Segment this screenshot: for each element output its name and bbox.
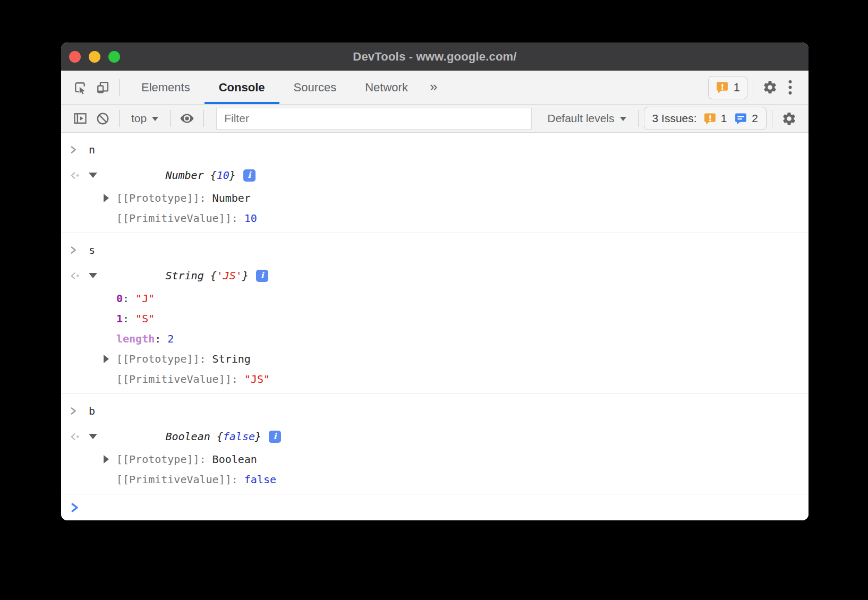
collapse-toggle[interactable]: [89, 273, 101, 278]
console-group-string: s String{'JS'} 0:"J" 1:"S" length:2: [61, 233, 809, 394]
result-arrow-icon: [70, 272, 82, 280]
issues-label: 3 Issues:: [652, 112, 697, 125]
divider: [772, 110, 772, 127]
object-preview-value: 'JS': [217, 269, 242, 282]
property-key: [[PrimitiveValue]]: [116, 473, 232, 486]
property-key: 0: [116, 292, 123, 305]
property-key: [[Prototype]]: [116, 192, 200, 204]
window-title: DevTools - www.google.com/: [61, 50, 809, 64]
tab-elements[interactable]: Elements: [127, 71, 205, 104]
tab-network[interactable]: Network: [351, 71, 422, 104]
property-key: [[Prototype]]: [116, 353, 200, 365]
property-key: [[PrimitiveValue]]: [116, 212, 232, 225]
clear-console-button[interactable]: [91, 107, 114, 130]
property-value: "JS": [244, 373, 270, 385]
object-preview-value: false: [223, 430, 255, 443]
property-row: [[PrimitiveValue]]:10: [61, 208, 809, 228]
property-value: Boolean: [212, 453, 257, 466]
three-dot-menu-icon: [788, 80, 792, 95]
prompt-chevron-icon: [71, 503, 79, 512]
input-chevron-icon: [70, 145, 78, 154]
triangle-down-icon: [89, 273, 97, 278]
eye-icon: [179, 110, 195, 126]
console-input-text: s: [89, 244, 95, 256]
collapse-toggle[interactable]: [89, 173, 101, 178]
issues-error-count: 1: [721, 112, 727, 125]
context-selector[interactable]: top: [125, 112, 165, 125]
expand-toggle[interactable]: [104, 455, 116, 464]
object-class-name: Number: [165, 169, 203, 182]
filter-input[interactable]: [216, 108, 531, 130]
console-settings-button[interactable]: [778, 107, 800, 130]
info-icon[interactable]: [256, 270, 268, 282]
log-levels-selector[interactable]: Default levels: [541, 112, 633, 125]
property-value: false: [244, 473, 276, 486]
divider: [119, 79, 120, 96]
divider: [203, 110, 204, 127]
property-value: 2: [167, 332, 174, 345]
console-input-text: b: [89, 405, 95, 417]
console-input-text: n: [89, 143, 95, 156]
error-bubble-icon: [716, 81, 729, 94]
gear-icon: [781, 111, 797, 126]
triangle-right-icon: [104, 355, 109, 363]
inspect-element-button[interactable]: [69, 76, 91, 99]
divider: [638, 110, 639, 127]
property-row: 1:"S": [61, 308, 809, 329]
tab-sources[interactable]: Sources: [279, 71, 351, 104]
more-tabs-button[interactable]: »: [422, 79, 445, 95]
input-chevron-icon: [70, 407, 78, 415]
property-value: Number: [212, 192, 251, 204]
settings-button[interactable]: [759, 76, 781, 99]
console-result-row: Boolean{false}: [61, 424, 809, 449]
expand-toggle[interactable]: [104, 355, 116, 363]
property-value: 10: [244, 212, 257, 225]
inspect-cursor-icon: [73, 80, 88, 95]
console-toolbar: top Default levels 3 Issues: 1: [61, 105, 809, 133]
chevron-down-icon: [620, 117, 626, 121]
console-result-row: String{'JS'}: [61, 263, 809, 288]
property-row: [[Prototype]]:String: [61, 349, 809, 369]
triangle-down-icon: [89, 434, 97, 439]
devtools-tab-bar: Elements Console Sources Network » 1: [61, 71, 809, 105]
clear-console-icon: [96, 112, 110, 126]
result-arrow-icon: [70, 172, 82, 179]
triangle-down-icon: [89, 173, 97, 178]
collapse-toggle[interactable]: [89, 434, 101, 439]
expand-toggle[interactable]: [104, 194, 116, 202]
property-key: [[Prototype]]: [116, 453, 200, 466]
issue-error-bubble-icon: [703, 112, 717, 125]
property-value: "S": [135, 312, 155, 325]
input-chevron-icon: [70, 246, 78, 254]
property-value: "J": [135, 292, 155, 305]
triangle-right-icon: [104, 194, 109, 202]
devtools-window: DevTools - www.google.com/ Elements Cons…: [61, 42, 809, 520]
tab-console[interactable]: Console: [205, 71, 279, 104]
title-bar: DevTools - www.google.com/: [61, 42, 809, 71]
info-icon[interactable]: [243, 169, 256, 182]
console-prompt[interactable]: [61, 494, 809, 520]
console-group-boolean: b Boolean{false} [[Prototype]]:Boolean […: [61, 394, 809, 494]
issues-warning-count: 2: [752, 112, 758, 125]
info-icon[interactable]: [269, 431, 281, 443]
object-class-name: String: [165, 269, 203, 282]
property-row: [[PrimitiveValue]]:"JS": [61, 369, 809, 389]
main-menu-button[interactable]: [781, 76, 799, 99]
error-count-badge[interactable]: 1: [708, 76, 747, 99]
divider: [119, 110, 120, 127]
show-console-sidebar-button[interactable]: [69, 107, 91, 130]
object-class-name: Boolean: [165, 430, 210, 443]
property-key: [[PrimitiveValue]]: [116, 373, 232, 385]
panel-tabs: Elements Console Sources Network: [127, 71, 422, 104]
console-output: n Number{10} [[Prototype]]:Number [[Prim…: [61, 133, 809, 520]
gear-icon: [762, 80, 778, 95]
toggle-device-toolbar-button[interactable]: [91, 76, 114, 99]
create-live-expression-button[interactable]: [176, 107, 198, 130]
sidebar-toggle-icon: [73, 111, 88, 126]
issues-counter[interactable]: 3 Issues: 1 2: [644, 107, 767, 130]
console-result-row: Number{10}: [61, 162, 809, 188]
issue-message-bubble-icon: [734, 112, 747, 125]
triangle-right-icon: [104, 455, 109, 464]
divider: [753, 79, 753, 96]
console-group-number: n Number{10} [[Prototype]]:Number [[Prim…: [61, 133, 809, 233]
